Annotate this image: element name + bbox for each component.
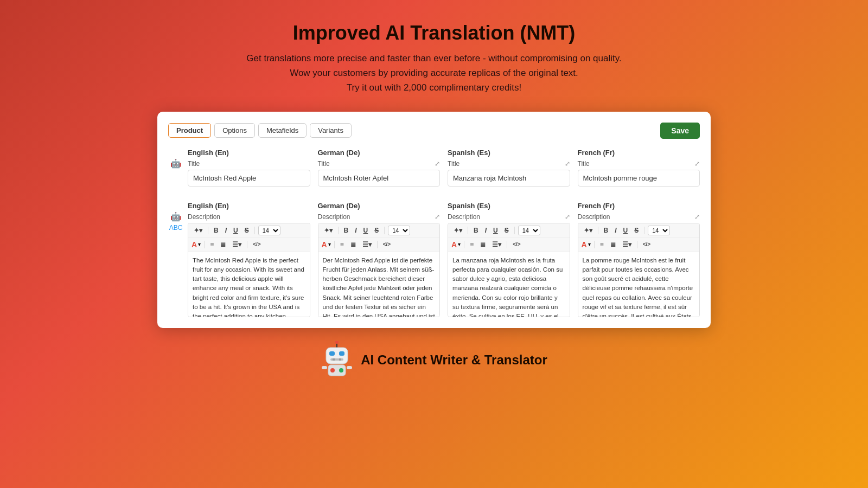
ul-btn-es[interactable]: ≡ [468,240,476,249]
field-label-de-desc: Description [318,213,350,221]
tab-bar: Product Options Metafields Variants Save [168,123,700,139]
align-btn-fr[interactable]: ☰▾ [620,240,634,249]
toolbar-row2-es: A ▾ ≡ ≣ ☰▾ </> [448,238,570,252]
desc-body-de[interactable]: Der McIntosh Red Apple ist die perfekte … [318,252,440,317]
toolbar-row2-de: A ▾ ≡ ≣ ☰▾ </> [318,238,440,252]
align-btn-de[interactable]: ☰▾ [360,240,374,249]
font-size-es[interactable]: 14 [518,226,540,235]
desc-col-en: English (En) Description ✦▾ B I U S 14 [188,202,310,317]
ai-translate-icon: 🤖 [170,158,181,169]
expand-es-title-icon[interactable] [565,160,570,168]
code-btn-fr[interactable]: </> [641,240,653,248]
strike-btn-en[interactable]: S [242,226,251,235]
ol-btn-es[interactable]: ≣ [478,240,488,249]
lang-label-de-desc: German (De) [318,202,441,210]
strike-btn-de[interactable]: S [372,226,381,235]
desc-body-fr[interactable]: La pomme rouge McIntosh est le fruit par… [578,252,700,317]
strike-btn-fr[interactable]: S [632,226,641,235]
font-size-en[interactable]: 14 12 16 18 [258,226,280,235]
tabs-container: Product Options Metafields Variants [168,123,352,138]
desc-body-en[interactable]: The McIntosh Red Apple is the perfect fr… [188,252,310,317]
header-section: Improved AI Translation (NMT) Get transl… [235,0,632,106]
sep3-en [204,241,205,248]
desc-col-fr: French (Fr) Description ⤢ ✦▾ B I U S [578,202,700,317]
magic-btn-fr[interactable]: ✦▾ [582,226,595,235]
svg-point-10 [339,368,343,373]
bold-btn-de[interactable]: B [342,226,351,235]
underline-btn-en[interactable]: U [231,226,240,235]
bold-btn-es[interactable]: B [471,226,481,235]
code-btn-de[interactable]: </> [381,240,393,248]
field-label-es-desc: Description [448,213,480,221]
tab-metafields[interactable]: Metafields [258,123,307,138]
field-label-fr-desc: Description [578,213,610,221]
toolbar-de: ✦▾ B I U S 14 [318,223,440,238]
footer-brand-text: AI Content Writer & Translator [361,352,547,368]
desc-editor-fr: ✦▾ B I U S 14 A ▾ [578,223,700,317]
desc-col-es: Spanish (Es) Description ⤢ ✦▾ B I U S [448,202,570,317]
expand-de-desc-icon[interactable]: ⤢ [435,213,440,221]
tab-variants[interactable]: Variants [310,123,352,138]
svg-rect-11 [322,366,327,369]
svg-rect-12 [347,366,352,369]
toolbar-en: ✦▾ B I U S 14 12 16 18 [188,223,310,238]
title-col-es: Spanish (Es) Title [448,149,570,187]
sep1-de [338,227,339,234]
magic-btn-de[interactable]: ✦▾ [322,226,335,235]
sep2-de [384,227,385,234]
sep1-en [208,227,208,234]
lang-label-en-desc: English (En) [188,202,310,210]
align-btn-es[interactable]: ☰▾ [490,240,503,249]
title-input-en[interactable] [188,170,310,187]
title-input-fr[interactable] [578,170,700,187]
bold-btn-fr[interactable]: B [602,226,611,235]
svg-rect-3 [329,351,335,356]
subtitle-line2: Wow your customers by providing accurate… [246,66,621,80]
bold-btn-en[interactable]: B [212,226,221,235]
expand-de-title-icon[interactable] [435,160,440,168]
ol-btn-de[interactable]: ≣ [348,240,358,249]
lang-label-en-title: English (En) [188,149,310,157]
desc-body-es[interactable]: La manzana roja McIntosh es la fruta per… [448,252,570,317]
main-card: Product Options Metafields Variants Save… [157,112,711,328]
italic-btn-en[interactable]: I [223,226,229,235]
font-size-fr[interactable]: 14 [648,226,670,235]
ol-btn-fr[interactable]: ≣ [608,240,618,249]
ol-btn-en[interactable]: ≣ [218,240,228,249]
lang-label-de-title: German (De) [318,149,441,157]
italic-btn-fr[interactable]: I [612,226,618,235]
align-btn-en[interactable]: ☰▾ [230,240,244,249]
toolbar-es: ✦▾ B I U S 14 [448,223,570,238]
svg-rect-6 [333,358,335,361]
desc-col-de: German (De) Description ⤢ ✦▾ B I U S [318,202,441,317]
underline-btn-fr[interactable]: U [621,226,630,235]
ul-btn-fr[interactable]: ≡ [598,240,606,249]
magic-btn-es[interactable]: ✦▾ [451,226,464,235]
expand-fr-title-icon[interactable] [694,160,700,168]
ul-btn-en[interactable]: ≡ [208,240,216,249]
title-input-de[interactable] [318,170,441,187]
spell-check-icon: ABC [169,224,183,232]
tab-product[interactable]: Product [168,123,211,138]
title-input-es[interactable] [448,170,570,187]
underline-btn-de[interactable]: U [361,226,371,235]
sep2-en [254,227,255,234]
svg-rect-4 [339,351,344,356]
magic-btn-en[interactable]: ✦▾ [192,226,205,235]
strike-btn-es[interactable]: S [502,226,511,235]
svg-point-1 [335,341,339,344]
tab-options[interactable]: Options [214,123,255,138]
save-button[interactable]: Save [660,123,700,139]
svg-rect-2 [326,348,348,364]
toolbar-fr: ✦▾ B I U S 14 [578,223,700,238]
expand-fr-desc-icon[interactable]: ⤢ [694,213,700,221]
underline-btn-es[interactable]: U [491,226,500,235]
title-col-en: English (En) Title [188,149,310,187]
expand-es-desc-icon[interactable]: ⤢ [565,213,570,221]
italic-btn-es[interactable]: I [483,226,489,235]
code-btn-en[interactable]: </> [251,240,263,248]
ul-btn-de[interactable]: ≡ [338,240,346,249]
italic-btn-de[interactable]: I [353,226,359,235]
code-btn-es[interactable]: </> [510,240,522,248]
font-size-de[interactable]: 14 [388,226,410,235]
